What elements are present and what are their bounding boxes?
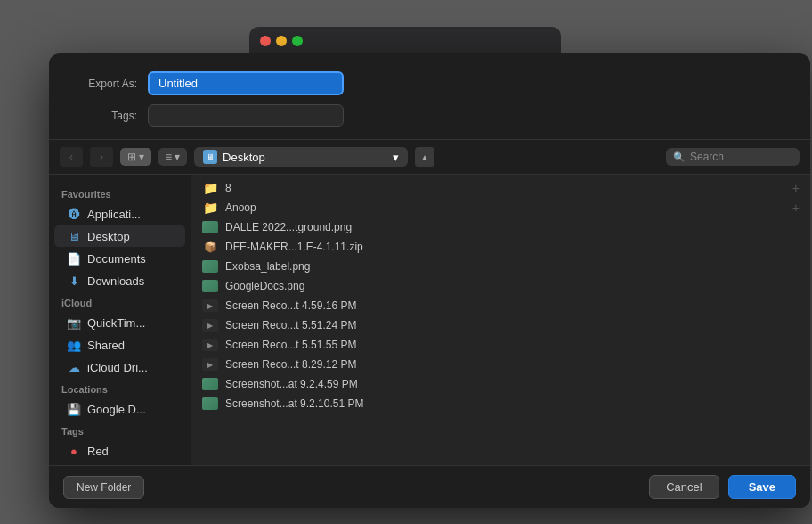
file-name-screenrec3: Screen Reco...t 5.51.55 PM [225,339,800,351]
location-folder-icon: 🖥 [203,150,217,164]
locations-section-label: Locations [49,379,191,397]
add-button-8[interactable]: + [792,181,800,195]
image-icon-exobsa [202,259,218,274]
sidebar-item-label: iCloud Dri... [87,361,148,374]
file-name-screenshot1: Screenshot...at 9.2.4.59 PM [225,378,800,390]
traffic-lights [260,36,303,46]
folder-icon-anoop: 📁 [202,201,218,215]
file-name-screenrec1: Screen Reco...t 4.59.16 PM [225,299,800,312]
image-icon-screenshot1 [202,377,218,391]
image-thumbnail-dalle [202,221,218,233]
back-button[interactable]: ‹ [60,147,83,167]
video-thumbnail-1: ▶ [202,299,218,312]
sidebar-item-downloads[interactable]: ⬇ Downloads [54,270,185,291]
image-icon-screenshot2 [202,397,218,411]
folder-glyph: 📁 [203,181,218,195]
file-name-dalle: DALLE 2022...tground.png [225,221,800,233]
sidebar-item-quicktime[interactable]: 📷 QuickTim... [54,312,185,333]
dialog-header: Export As: Tags: [49,53,810,140]
tag-red-label: Red [87,445,109,458]
sidebar: Favourites 🅐 Applicati... 🖥 Desktop 📄 Do… [49,175,191,465]
action-buttons: Cancel Save [649,475,796,499]
file-name-screenrec2: Screen Reco...t 5.51.24 PM [225,319,800,332]
dialog-bottom: New Folder Cancel Save [49,465,810,508]
video-icon-screenrec4: ▶ [202,357,218,372]
googledrive-icon: 💾 [67,402,81,416]
file-item-8[interactable]: 📁 8 + [191,178,810,198]
sidebar-item-documents[interactable]: 📄 Documents [54,248,185,269]
add-button-anoop[interactable]: + [792,201,800,215]
sidebar-item-applications[interactable]: 🅐 Applicati... [54,203,185,225]
file-item-dalle[interactable]: DALLE 2022...tground.png [191,217,810,237]
file-item-anoop[interactable]: 📁 Anoop + [191,198,810,217]
sidebar-item-icloud[interactable]: ☁ iCloud Dri... [54,356,185,378]
forward-button[interactable]: › [90,147,113,167]
tags-row: Tags: [70,104,789,127]
search-icon: 🔍 [673,151,686,163]
video-thumbnail-4: ▶ [202,358,218,371]
sidebar-item-shared[interactable]: 👥 Shared [54,334,185,356]
video-thumbnail-2: ▶ [202,319,218,332]
downloads-icon: ⬇ [67,274,81,288]
file-item-screenrec1[interactable]: ▶ Screen Reco...t 4.59.16 PM [191,296,810,315]
location-chevron-icon: ▾ [393,151,399,164]
file-item-screenshot1[interactable]: Screenshot...at 9.2.4.59 PM [191,374,810,394]
file-name-dfe: DFE-MAKER...1.E-4.1.11.zip [225,241,800,253]
file-item-googledocs[interactable]: GoogleDocs.png [191,276,810,296]
image-icon-googledocs [202,279,218,293]
expand-button[interactable]: ▲ [415,147,434,167]
sidebar-item-label: Desktop [87,230,130,243]
archive-icon-dfe: 📦 [202,240,218,254]
file-item-screenrec2[interactable]: ▶ Screen Reco...t 5.51.24 PM [191,315,810,335]
image-icon-dalle [202,220,218,234]
file-item-screenshot2[interactable]: Screenshot...at 9.2.10.51 PM [191,394,810,413]
file-list: 📁 8 + 📁 Anoop + DALLE 2022...tground.png [191,175,810,465]
dialog-content: Favourites 🅐 Applicati... 🖥 Desktop 📄 Do… [49,175,810,465]
close-button[interactable] [260,36,271,46]
sidebar-item-label: QuickTim... [87,316,145,330]
file-item-screenrec4[interactable]: ▶ Screen Reco...t 8.29.12 PM [191,355,810,374]
video-icon-screenrec3: ▶ [202,338,218,352]
sidebar-item-label: Google D... [87,403,146,416]
tags-input[interactable] [148,104,344,127]
image-thumbnail-googledocs [202,280,218,292]
tags-section-label: Tags [49,421,191,439]
video-thumbnail-3: ▶ [202,339,218,351]
grid-view-button[interactable]: ⊞ ▾ [120,148,151,166]
sort-button[interactable]: ≡ ▾ [158,148,187,166]
file-item-screenrec3[interactable]: ▶ Screen Reco...t 5.51.55 PM [191,335,810,355]
image-thumbnail-screenshot1 [202,378,218,390]
sidebar-item-label: Shared [87,339,125,352]
export-filename-input[interactable] [148,71,344,95]
image-thumbnail-exobsa [202,260,218,273]
sidebar-item-label: Downloads [87,274,144,288]
grid-icon: ⊞ [127,151,136,163]
favorites-section-label: Favourites [49,184,191,202]
export-label: Export As: [70,78,137,90]
archive-glyph: 📦 [204,241,217,253]
cancel-button[interactable]: Cancel [649,475,719,499]
file-item-exobsa[interactable]: Exobsa_label.png [191,257,810,276]
video-icon-screenrec2: ▶ [202,318,218,332]
desktop-icon: 🖥 [67,229,81,243]
folder-glyph: 📁 [203,201,218,215]
fullscreen-button[interactable] [292,36,303,46]
file-name-screenshot2: Screenshot...at 9.2.10.51 PM [225,397,800,410]
video-icon-screenrec1: ▶ [202,299,218,313]
save-button[interactable]: Save [728,475,796,499]
file-item-dfe[interactable]: 📦 DFE-MAKER...1.E-4.1.11.zip [191,237,810,257]
file-toolbar: ‹ › ⊞ ▾ ≡ ▾ 🖥 Desktop ▾ ▲ 🔍 Search [49,140,810,175]
new-folder-button[interactable]: New Folder [63,476,144,499]
documents-icon: 📄 [67,251,81,266]
tags-label: Tags: [70,110,137,122]
sidebar-item-desktop[interactable]: 🖥 Desktop [54,225,185,247]
applications-icon: 🅐 [67,207,81,221]
file-name-screenrec4: Screen Reco...t 8.29.12 PM [225,358,800,371]
location-dropdown[interactable]: 🖥 Desktop ▾ [194,147,408,167]
sidebar-item-tag-red[interactable]: ● Red [54,440,185,462]
sidebar-item-googledrive[interactable]: 💾 Google D... [54,398,185,420]
quicktime-icon: 📷 [67,315,81,330]
export-row: Export As: [70,71,789,95]
minimize-button[interactable] [276,36,287,46]
image-thumbnail-screenshot2 [202,397,218,410]
